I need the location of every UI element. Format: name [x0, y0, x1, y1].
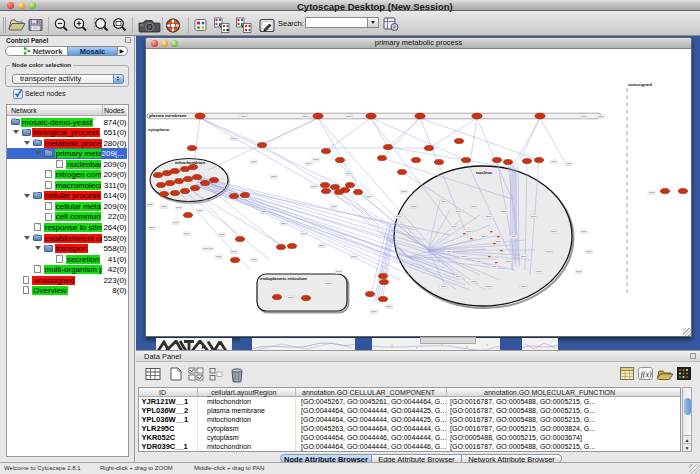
svg-text:unassigned: unassigned [628, 82, 652, 87]
svg-text:endoplasmic reticulum: endoplasmic reticulum [260, 276, 307, 281]
svg-text:f(x): f(x) [641, 370, 652, 379]
svg-text:plasma membrane: plasma membrane [149, 113, 187, 118]
svg-text:mitochondrion: mitochondrion [175, 160, 205, 165]
svg-text:nucleus: nucleus [476, 170, 493, 175]
svg-text:cytoplasm: cytoplasm [148, 127, 169, 132]
